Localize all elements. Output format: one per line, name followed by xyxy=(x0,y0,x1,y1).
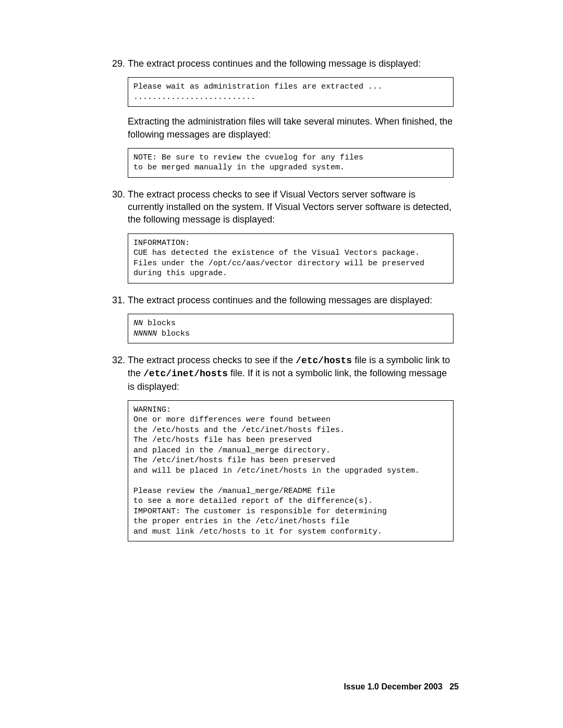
path-etc-inet-hosts: /etc/inet/hosts xyxy=(143,368,228,379)
page-footer: Issue 1.0 December 2003 25 xyxy=(344,682,459,692)
step-31-number: 31. xyxy=(112,294,125,306)
step-29-code-2: NOTE: Be sure to review the cvuelog for … xyxy=(128,148,454,178)
code-text-1: blocks xyxy=(143,319,176,328)
step-29-subtext: Extracting the administration files will… xyxy=(128,115,454,141)
step-32-body: The extract process checks to see if the… xyxy=(128,355,450,392)
path-etc-hosts: /etc/hosts xyxy=(296,355,352,366)
step-32: 32. The extract process checks to see if… xyxy=(112,354,454,541)
step-29: 29. The extract process continues and th… xyxy=(112,57,454,178)
footer-issue: Issue 1.0 December 2003 xyxy=(344,682,442,691)
step-29-body: The extract process continues and the fo… xyxy=(128,58,421,69)
code-text-2: blocks xyxy=(157,329,190,338)
document-page: 29. The extract process continues and th… xyxy=(0,0,563,728)
step-32-text: 32. The extract process checks to see if… xyxy=(112,354,454,393)
step-31-code: NN blocks NNNNN blocks xyxy=(128,314,454,343)
footer-page-number: 25 xyxy=(449,682,459,691)
step-32-text-a: The extract process checks to see if the xyxy=(128,355,296,365)
code-var-nn: NN xyxy=(133,319,143,328)
step-29-code-1: Please wait as administration files are … xyxy=(128,77,454,107)
step-29-text: 29. The extract process continues and th… xyxy=(112,57,454,70)
step-31-body: The extract process continues and the fo… xyxy=(128,295,432,305)
step-32-number: 32. xyxy=(112,354,125,366)
step-30-text: 30. The extract process checks to see if… xyxy=(112,188,454,226)
step-30: 30. The extract process checks to see if… xyxy=(112,188,454,283)
step-31-text: 31. The extract process continues and th… xyxy=(112,294,454,306)
step-30-number: 30. xyxy=(112,188,125,201)
step-30-code: INFORMATION: CUE has detected the existe… xyxy=(128,233,454,283)
step-32-code: WARNING: One or more differences were fo… xyxy=(128,400,454,542)
step-29-number: 29. xyxy=(112,57,125,70)
code-var-nnnnn: NNNNN xyxy=(133,329,157,338)
step-30-body: The extract process checks to see if Vis… xyxy=(128,189,451,225)
step-31: 31. The extract process continues and th… xyxy=(112,294,454,343)
